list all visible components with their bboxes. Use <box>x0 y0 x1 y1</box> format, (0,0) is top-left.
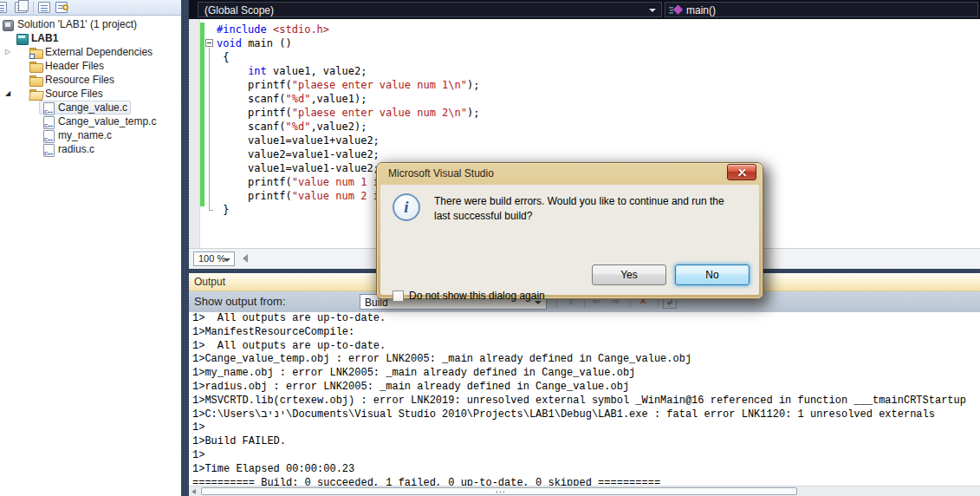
code-token: "plaese enter value num 2\n" <box>292 107 467 119</box>
show-all-files-icon[interactable] <box>15 2 27 13</box>
output-line: 1>my_name.obj : error LNK2005: _main alr… <box>189 367 980 381</box>
tree-item-content[interactable]: Resource Files <box>26 73 118 87</box>
folder-ref-icon <box>29 47 42 58</box>
code-line: value1=value1+value2; <box>217 134 479 147</box>
tree-item-label: Cange_value_temp.c <box>58 114 156 128</box>
project-icon <box>16 33 28 44</box>
change-tracking-bar <box>200 23 204 206</box>
tree-item[interactable]: C++my_name.c <box>0 128 181 142</box>
member-dropdown[interactable]: main() <box>665 2 978 17</box>
code-line: scanf("%d",value1); <box>217 92 479 106</box>
folder-icon <box>29 61 42 72</box>
code-token: "plaese enter value num 1\n" <box>292 79 467 91</box>
dialog-body: i There were build errors. Would you lik… <box>380 185 759 295</box>
output-line: 1> All outputs are up-to-date. <box>189 312 980 326</box>
tree-item-label: Solution 'LAB1' (1 project) <box>17 17 137 31</box>
collapse-region-icon[interactable] <box>205 39 213 47</box>
output-horizontal-scrollbar[interactable] <box>189 486 980 496</box>
code-token: ); <box>467 107 479 119</box>
zoom-level-dropdown[interactable]: 100 % <box>193 251 235 266</box>
output-line: 1> All outputs are up-to-date. <box>189 340 980 354</box>
chevron-down-icon <box>224 258 230 262</box>
folder-icon <box>29 75 42 86</box>
tree-item-label: External Dependencies <box>45 45 153 59</box>
code-line: int value1, value2; <box>217 64 479 78</box>
cpp-label: C++ <box>44 105 53 119</box>
tree-item-label: radius.c <box>58 142 94 156</box>
output-line: 1>radius.obj : error LNK2005: _main alre… <box>189 381 980 395</box>
toolbar-separator <box>33 2 34 13</box>
code-token: #include <box>217 23 273 36</box>
folder-open-icon <box>29 88 42 100</box>
code-token: ,value2); <box>310 121 367 133</box>
tree-item-content[interactable]: LAB1 <box>12 31 62 45</box>
tree-item[interactable]: Header Files <box>0 59 181 73</box>
code-token: int <box>248 65 267 77</box>
tree-item[interactable]: Solution 'LAB1' (1 project) <box>0 17 181 31</box>
code-token: printf( <box>217 190 292 202</box>
view-code-icon[interactable] <box>38 2 50 13</box>
cpp-label: C++ <box>44 147 53 160</box>
tree-item-content[interactable]: C++Cange_value.c <box>39 101 131 114</box>
info-icon: i <box>393 193 420 221</box>
tree-item-content[interactable]: External Dependencies <box>26 45 156 59</box>
code-token <box>217 65 248 77</box>
tree-item-content[interactable]: Header Files <box>26 59 107 73</box>
code-token: <stdio.h> <box>273 23 329 36</box>
scope-dropdown[interactable]: (Global Scope) <box>198 2 662 17</box>
code-line: void main () <box>217 36 479 50</box>
tree-item-label: Cange_value.c <box>58 101 127 114</box>
show-output-from-label: Show output from: <box>194 295 286 308</box>
code-token: scanf( <box>217 121 285 133</box>
no-button[interactable]: No <box>675 264 750 285</box>
output-line: 1> <box>189 421 980 435</box>
scrollbar-thumb[interactable] <box>201 487 797 495</box>
code-line: value2=value1-value2; <box>217 147 479 161</box>
tree-item[interactable]: Resource Files <box>0 73 181 87</box>
code-token: "value num 1 i <box>292 176 380 188</box>
shortcut-overlay-icon <box>29 54 35 59</box>
tree-item[interactable]: LAB1 <box>0 31 181 45</box>
code-token: value1=value1+value2; <box>217 134 380 147</box>
output-log[interactable]: 1> All outputs are up-to-date.1>Manifest… <box>189 312 980 486</box>
code-token: value1, value2; <box>267 65 367 77</box>
tree-item-content[interactable]: C++Cange_value_temp.c <box>39 114 159 128</box>
cpp-label: C++ <box>44 133 53 147</box>
tree-item[interactable]: ◢Source Files <box>0 87 181 101</box>
indicator-margin <box>189 19 200 248</box>
expander-collapsed-icon[interactable]: ▷ <box>5 46 10 58</box>
code-token: value1=value1-value2; <box>217 162 380 174</box>
code-token: printf( <box>217 176 292 188</box>
code-line: scanf("%d",value2); <box>217 120 479 134</box>
expander-expanded-icon[interactable]: ◢ <box>5 88 10 100</box>
magnifier-icon <box>62 4 68 10</box>
code-token: scanf( <box>217 93 285 105</box>
yes-button[interactable]: Yes <box>592 264 666 285</box>
tree-item[interactable]: C++radius.c <box>0 142 181 156</box>
dont-show-again-checkbox[interactable] <box>393 290 404 302</box>
code-line: #include <stdio.h> <box>217 23 479 36</box>
code-token: } <box>217 204 229 216</box>
code-token: ,value1); <box>310 93 367 105</box>
solution-explorer-panel: Solution 'LAB1' (1 project)LAB1▷External… <box>0 0 181 496</box>
editor-navigation-bar: (Global Scope) main() <box>189 0 980 19</box>
cfile-icon: C++ <box>42 102 55 114</box>
tree-item[interactable]: C++Cange_value_temp.c <box>0 114 181 128</box>
tree-item-label: LAB1 <box>31 31 58 45</box>
solution-tree: Solution 'LAB1' (1 project)LAB1▷External… <box>0 17 181 156</box>
code-line: printf("plaese enter value num 2\n"); <box>217 106 479 120</box>
output-line: 1>Time Elapsed 00:00:00.23 <box>189 463 980 477</box>
properties-window-icon[interactable] <box>0 2 7 13</box>
tree-item[interactable]: C++Cange_value.c <box>0 101 181 114</box>
scroll-left-icon[interactable] <box>243 254 248 263</box>
output-line: ========== Build: 0 succeeded, 1 failed,… <box>189 477 980 486</box>
code-token: "%d" <box>285 93 310 105</box>
dont-show-again-label: Do not show this dialog again <box>409 290 545 302</box>
tree-item[interactable]: ▷External Dependencies <box>0 45 181 59</box>
build-errors-dialog: Microsoft Visual Studio i There were bui… <box>376 162 763 299</box>
tree-item-content[interactable]: Source Files <box>26 87 107 101</box>
close-button[interactable] <box>727 164 756 180</box>
output-line: 1> <box>189 449 980 463</box>
tree-item-content[interactable]: Solution 'LAB1' (1 project) <box>0 17 140 31</box>
scroll-left-icon[interactable] <box>191 489 196 494</box>
